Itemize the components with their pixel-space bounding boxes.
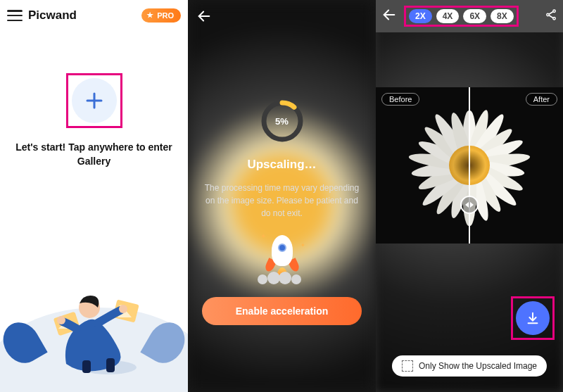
zoom-option-4x[interactable]: 4X [436, 9, 460, 23]
zoom-option-8x[interactable]: 8X [491, 9, 514, 23]
svg-line-20 [549, 15, 553, 18]
before-panel: Before [376, 87, 470, 244]
back-button[interactable] [381, 7, 397, 25]
pro-badge[interactable]: PRO [141, 8, 181, 23]
result-screen: 2X 4X 6X 8X Before After [376, 0, 563, 392]
add-button[interactable] [72, 78, 117, 123]
home-header: Picwand PRO [0, 0, 188, 31]
home-illustration [0, 244, 188, 392]
menu-icon[interactable] [7, 10, 23, 21]
only-upscaled-label: Only Show the Upscaled Image [419, 361, 537, 371]
svg-point-18 [553, 18, 555, 20]
upscaling-screen: 5% Upscaling… The processing time may va… [188, 0, 376, 392]
zoom-options-highlight: 2X 4X 6X 8X [404, 6, 519, 27]
svg-point-11 [119, 305, 127, 313]
flower-image-before [398, 95, 470, 236]
plus-icon [84, 90, 105, 111]
start-area[interactable]: Let's start! Tap anywhere to enter Galle… [0, 73, 188, 168]
enable-acceleration-button[interactable]: Enable acceleration [202, 297, 362, 325]
zoom-option-2x[interactable]: 2X [409, 9, 432, 23]
add-button-highlight [66, 73, 122, 128]
arrow-left-icon [381, 7, 397, 23]
progress-percent: 5% [260, 99, 305, 144]
back-button[interactable] [196, 8, 367, 27]
result-header: 2X 4X 6X 8X [376, 0, 563, 32]
svg-point-16 [553, 10, 555, 12]
compare-slider-handle[interactable] [460, 196, 479, 214]
rocket-icon: ✦ ✦ [265, 235, 300, 284]
svg-line-19 [549, 12, 553, 15]
home-screen: Picwand PRO Let's start! Tap anywhere to… [0, 0, 188, 392]
only-upscaled-toggle[interactable]: Only Show the Upscaled Image [392, 355, 547, 377]
download-icon [525, 310, 540, 326]
progress-ring: 5% [260, 99, 305, 144]
app-title: Picwand [28, 8, 141, 23]
svg-point-17 [547, 13, 549, 15]
arrow-left-icon [196, 8, 212, 24]
upscaling-title: Upscaling… [202, 158, 362, 172]
zoom-option-6x[interactable]: 6X [463, 9, 486, 23]
before-after-compare[interactable]: Before After [376, 87, 563, 244]
download-button[interactable] [516, 301, 550, 335]
flower-image-after [470, 95, 540, 236]
crop-icon [402, 360, 413, 372]
after-panel: After [470, 87, 563, 244]
share-button[interactable] [545, 8, 557, 24]
svg-point-10 [57, 316, 65, 324]
download-button-highlight [511, 296, 555, 340]
start-text: Let's start! Tap anywhere to enter Galle… [0, 141, 188, 168]
share-icon [545, 8, 557, 21]
svg-rect-3 [82, 360, 91, 373]
svg-rect-4 [106, 358, 115, 372]
upscaling-subtitle: The processing time may vary depending o… [202, 182, 362, 220]
upscaling-header [188, 0, 376, 35]
